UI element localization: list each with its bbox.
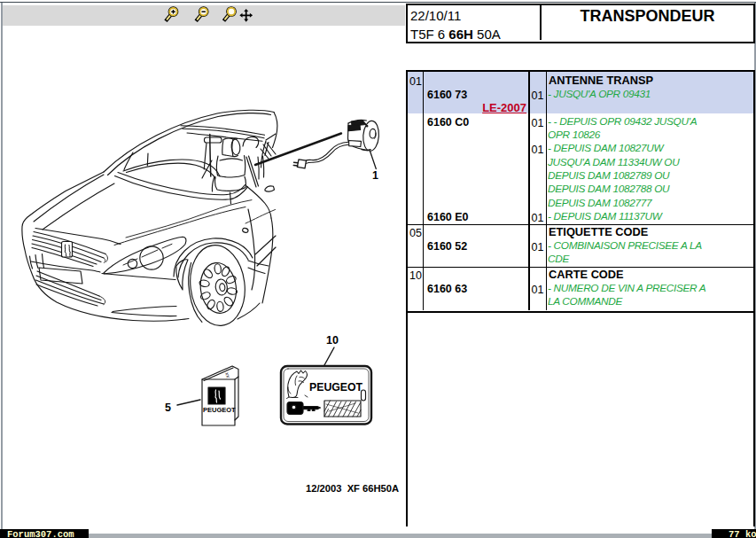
svg-text:xx: xx <box>224 371 230 378</box>
